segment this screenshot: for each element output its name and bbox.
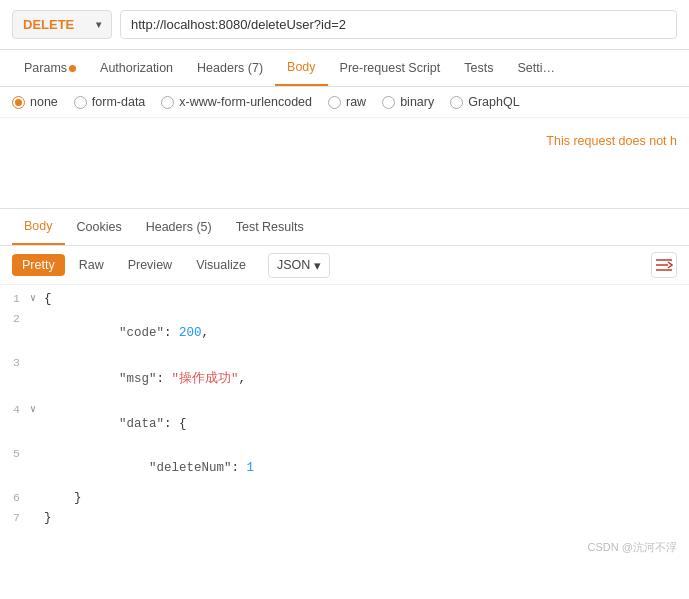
request-tabs: Params Authorization Headers (7) Body Pr… [0,50,689,87]
radio-form-data-label: form-data [92,95,146,109]
radio-none-label: none [30,95,58,109]
radio-raw-label: raw [346,95,366,109]
json-line-6: 6 } [0,490,689,510]
fmt-raw[interactable]: Raw [69,254,114,276]
tab-pre-request-script[interactable]: Pre-request Script [328,51,453,85]
method-chevron: ▾ [96,19,101,30]
radio-raw[interactable]: raw [328,95,366,109]
radio-circle-form-data [74,96,87,109]
toggle-4[interactable]: ∨ [30,403,44,415]
json-line-3: 3 "msg": "操作成功", [0,355,689,402]
json-line-2: 2 "code": 200, [0,311,689,355]
format-select-chevron: ▾ [314,258,321,273]
fmt-visualize[interactable]: Visualize [186,254,256,276]
fmt-pretty[interactable]: Pretty [12,254,65,276]
tab-authorization[interactable]: Authorization [88,51,185,85]
radio-circle-none [12,96,25,109]
radio-binary-label: binary [400,95,434,109]
response-tabs: Body Cookies Headers (5) Test Results [0,209,689,246]
radio-binary[interactable]: binary [382,95,434,109]
radio-circle-binary [382,96,395,109]
notice-area: This request does not h [0,118,689,208]
tab-headers[interactable]: Headers (7) [185,51,275,85]
json-line-4: 4 ∨ "data": { [0,402,689,446]
params-dot [69,65,76,72]
method-label: DELETE [23,17,74,32]
radio-urlencoded[interactable]: x-www-form-urlencoded [161,95,312,109]
json-line-7: 7 } [0,510,689,530]
url-input[interactable] [120,10,677,39]
format-select-value: JSON [277,258,310,272]
tab-settings[interactable]: Setti… [505,51,567,85]
tab-body[interactable]: Body [275,50,328,86]
notice-text: This request does not h [546,134,677,148]
res-tab-headers[interactable]: Headers (5) [134,210,224,244]
method-select[interactable]: DELETE ▾ [12,10,112,39]
body-type-row: none form-data x-www-form-urlencoded raw… [0,87,689,118]
res-tab-test-results[interactable]: Test Results [224,210,316,244]
radio-graphql[interactable]: GraphQL [450,95,519,109]
radio-form-data[interactable]: form-data [74,95,146,109]
format-bar: Pretty Raw Preview Visualize JSON ▾ [0,246,689,285]
json-line-1: 1 ∨ { [0,291,689,311]
json-body: 1 ∨ { 2 "code": 200, 3 "msg": "操作成功", 4 … [0,285,689,536]
radio-none[interactable]: none [12,95,58,109]
watermark: CSDN @沆河不浮 [0,536,689,561]
json-line-5: 5 "deleteNum": 1 [0,446,689,490]
res-tab-body[interactable]: Body [12,209,65,245]
res-tab-cookies[interactable]: Cookies [65,210,134,244]
radio-circle-graphql [450,96,463,109]
url-bar: DELETE ▾ [0,0,689,50]
radio-circle-raw [328,96,341,109]
format-select[interactable]: JSON ▾ [268,253,330,278]
toggle-1[interactable]: ∨ [30,292,44,304]
radio-urlencoded-label: x-www-form-urlencoded [179,95,312,109]
wrap-icon[interactable] [651,252,677,278]
fmt-preview[interactable]: Preview [118,254,182,276]
radio-graphql-label: GraphQL [468,95,519,109]
radio-circle-urlencoded [161,96,174,109]
tab-tests[interactable]: Tests [452,51,505,85]
tab-params[interactable]: Params [12,51,88,85]
